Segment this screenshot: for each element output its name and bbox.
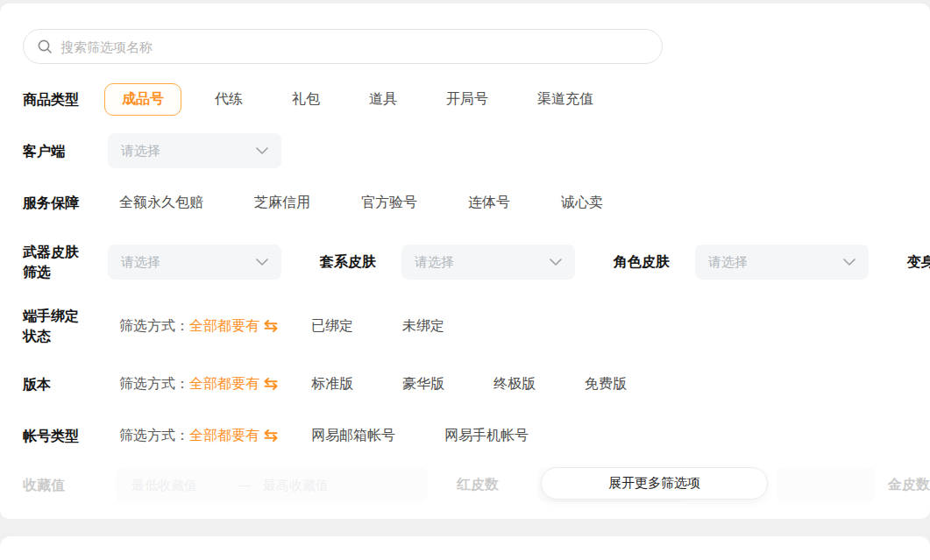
filter-mode-toggle[interactable]: 全部都要有 (189, 427, 278, 445)
set-skin-select[interactable]: 请选择 (401, 245, 575, 280)
chevron-down-icon (843, 259, 855, 266)
select-placeholder: 请选择 (415, 254, 454, 271)
swap-arrows-icon (264, 378, 278, 390)
collection-max-input[interactable] (251, 478, 373, 493)
filter-mode-label: 筛选方式： (119, 427, 189, 445)
filter-mode-label: 筛选方式： (119, 375, 189, 393)
select-placeholder: 请选择 (708, 254, 748, 271)
option-version[interactable]: 豪华版 (402, 375, 444, 393)
row-label-binding-status: 端手绑定状态 (23, 306, 91, 346)
option-product-type[interactable]: 代练 (215, 90, 243, 109)
collection-range-box[interactable]: — (116, 467, 428, 502)
option-binding[interactable]: 未绑定 (402, 317, 444, 336)
swap-arrows-icon (264, 429, 278, 442)
row-label-red-skin-count: 红皮数 (457, 476, 499, 494)
select-placeholder: 请选择 (121, 143, 160, 159)
filter-panel: 商品类型 成品号 代练 礼包 道具 开局号 渠道充值 客户端 请选择 服务保障 … (0, 4, 930, 519)
swap-arrows-icon (264, 320, 278, 332)
search-icon (37, 39, 53, 54)
row-label-weapon-skins: 武器皮肤筛选 (23, 242, 91, 282)
chevron-down-icon (256, 259, 268, 266)
collection-min-input[interactable] (116, 478, 238, 493)
filter-mode-value: 全部都要有 (189, 427, 259, 445)
skin-range-box[interactable] (777, 467, 875, 502)
row-label-service: 服务保障 (23, 193, 91, 213)
filter-mode-label: 筛选方式： (119, 317, 189, 336)
select-placeholder: 请选择 (121, 254, 160, 271)
row-label-version: 版本 (23, 374, 91, 394)
option-selected-pill[interactable]: 成品号 (104, 83, 181, 116)
row-label-collection-value: 收藏值 (23, 475, 91, 495)
row-label-product-type: 商品类型 (23, 89, 91, 110)
option-service[interactable]: 芝麻信用 (254, 194, 310, 212)
option-version[interactable]: 终极版 (493, 375, 536, 393)
filter-mode-toggle[interactable]: 全部都要有 (189, 317, 278, 336)
weapon-skin-select[interactable]: 请选择 (108, 245, 281, 280)
client-select[interactable]: 请选择 (108, 133, 281, 168)
option-product-type[interactable]: 道具 (369, 90, 397, 109)
character-skin-select[interactable]: 请选择 (695, 245, 869, 280)
option-account-type[interactable]: 网易邮箱帐号 (311, 427, 395, 445)
option-service[interactable]: 官方验号 (361, 194, 417, 212)
expand-more-filters-button[interactable]: 展开更多筛选项 (541, 467, 768, 500)
row-label-transform-skins: 变身 (907, 253, 930, 272)
option-binding[interactable]: 已绑定 (311, 317, 353, 336)
row-label-character-skins: 角色皮肤 (614, 253, 670, 272)
row-label-set-skins: 套系皮肤 (320, 253, 376, 272)
filter-mode-value: 全部都要有 (189, 317, 259, 336)
next-section-panel (0, 536, 930, 560)
option-service[interactable]: 连体号 (468, 194, 510, 212)
row-label-client: 客户端 (23, 141, 91, 161)
option-account-type[interactable]: 网易手机帐号 (444, 427, 529, 445)
range-dash: — (238, 478, 251, 492)
row-label-account-type: 帐号类型 (23, 426, 91, 446)
option-product-type[interactable]: 渠道充值 (537, 90, 593, 109)
option-service[interactable]: 全额永久包赔 (119, 194, 203, 212)
chevron-down-icon (256, 147, 268, 154)
search-input[interactable] (60, 39, 649, 54)
filter-mode-value: 全部都要有 (189, 375, 259, 393)
option-service[interactable]: 诚心卖 (561, 194, 603, 212)
chevron-down-icon (550, 259, 562, 266)
option-version[interactable]: 标准版 (311, 375, 353, 393)
option-product-type[interactable]: 开局号 (446, 90, 488, 109)
option-product-type[interactable]: 礼包 (292, 90, 320, 109)
row-label-gold-skin-count: 金皮数 (888, 476, 930, 494)
search-box[interactable] (23, 29, 663, 64)
collection-row: 收藏值 — 红皮数 数 金皮数 (23, 467, 930, 502)
filter-mode-toggle[interactable]: 全部都要有 (189, 375, 278, 393)
option-version[interactable]: 免费版 (585, 375, 627, 393)
